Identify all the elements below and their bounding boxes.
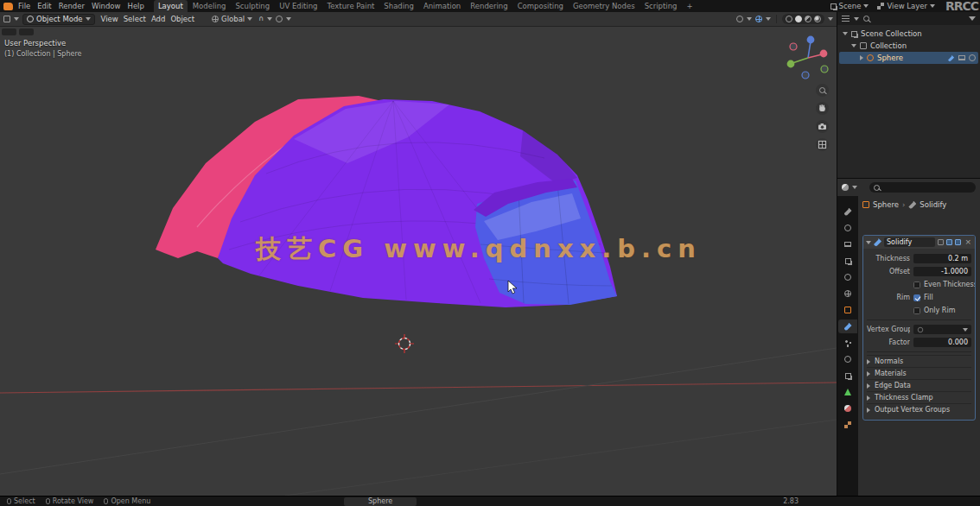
expand-icon[interactable]	[860, 55, 863, 60]
display-viewport-toggle[interactable]	[946, 239, 952, 245]
view-layer-selector[interactable]: View Layer	[877, 2, 935, 10]
display-edit-mode-toggle[interactable]	[938, 239, 944, 245]
menu-file[interactable]: File	[15, 0, 34, 12]
dome-mesh-object[interactable]	[156, 96, 617, 307]
display-render-toggle[interactable]	[955, 239, 961, 245]
expand-icon[interactable]	[851, 44, 856, 47]
remove-modifier-button[interactable]: ×	[964, 238, 972, 246]
properties-editor-icon[interactable]	[842, 184, 849, 191]
outliner-row-collection[interactable]: Collection	[839, 40, 978, 52]
menu-window[interactable]: Window	[88, 0, 124, 12]
shading-wireframe-button[interactable]	[786, 16, 792, 22]
mode-dropdown[interactable]: Object Mode	[22, 14, 95, 25]
workspace-tab-scripting[interactable]: Scripting	[640, 0, 682, 12]
properties-tab-scene[interactable]	[838, 270, 857, 284]
factor-field[interactable]: 0.000	[913, 338, 971, 347]
navigation-gizmo[interactable]	[782, 30, 832, 80]
breadcrumb-modifier[interactable]: Solidify	[920, 200, 946, 209]
properties-tab-data[interactable]	[838, 385, 857, 399]
properties-tab-particles[interactable]	[838, 336, 857, 350]
workspace-tab-shading[interactable]: Shading	[379, 0, 418, 12]
site-watermark: 技艺CG www.qdnxx.b.cn	[256, 232, 702, 267]
gizmos-toggle-icon[interactable]	[736, 16, 743, 22]
offset-field[interactable]: -1.0000	[913, 267, 971, 276]
outliner-row-sphere[interactable]: Sphere	[839, 52, 978, 64]
toggle-ortho-button[interactable]	[816, 138, 829, 151]
properties-tab-object[interactable]	[838, 303, 857, 317]
modifier-section-edge-data[interactable]: Edge Data	[867, 379, 971, 391]
properties-tab-output[interactable]	[838, 237, 857, 251]
workspace-tab-layout[interactable]: Layout	[154, 0, 188, 12]
menu-help[interactable]: Help	[124, 0, 147, 12]
viewport-menu-object[interactable]: Object	[168, 15, 197, 23]
modifier-section-output-vertex-groups[interactable]: Output Vertex Groups	[867, 403, 971, 415]
hide-in-viewport-icon[interactable]	[958, 55, 965, 60]
outliner-row-scene-collection[interactable]: Scene Collection	[839, 28, 978, 40]
only-rim-checkbox[interactable]	[913, 307, 920, 314]
add-workspace-button[interactable]: +	[683, 2, 696, 10]
scene-selector[interactable]: Scene	[830, 2, 869, 10]
workspace-tab-modeling[interactable]: Modeling	[188, 0, 231, 12]
workspace-tab-rendering[interactable]: Rendering	[466, 0, 512, 12]
viewport-header: Object Mode ViewSelectAddObject Global ∩	[0, 12, 837, 27]
properties-tab-tool[interactable]	[838, 205, 857, 218]
modifier-name-field[interactable]: Solidify	[884, 237, 935, 247]
camera-view-button[interactable]	[816, 120, 829, 133]
menu-render[interactable]: Render	[55, 0, 88, 12]
shading-solid-button[interactable]	[795, 16, 802, 22]
snap-magnet-icon[interactable]: ∩	[258, 16, 264, 22]
blender-logo-icon[interactable]	[3, 3, 13, 10]
modifier-header[interactable]: Solidify ×	[863, 236, 975, 249]
solidify-modifier-icon	[874, 238, 881, 246]
zoom-button[interactable]	[816, 84, 829, 97]
even-thickness-checkbox[interactable]	[913, 281, 920, 288]
pan-button[interactable]	[816, 102, 829, 115]
mouse-icon	[7, 498, 11, 504]
rim-fill-checkbox[interactable]	[913, 294, 920, 301]
properties-tab-world[interactable]	[838, 287, 857, 300]
viewport-menu-add[interactable]: Add	[149, 15, 168, 23]
properties-tab-view-layer[interactable]	[838, 254, 857, 268]
properties-tab-modifiers[interactable]	[838, 319, 857, 333]
modifier-section-materials[interactable]: Materials	[867, 367, 971, 379]
shading-material-button[interactable]	[805, 16, 811, 22]
breadcrumb-object[interactable]: Sphere	[873, 200, 899, 209]
properties-search-input[interactable]	[869, 182, 976, 193]
properties-tab-texture[interactable]	[838, 418, 857, 432]
chevron-down-icon	[286, 17, 291, 21]
properties-tab-constraints[interactable]	[838, 369, 857, 383]
expand-icon[interactable]	[843, 32, 848, 35]
workspace-tab-texture-paint[interactable]: Texture Paint	[323, 0, 379, 12]
hide-in-render-icon[interactable]	[969, 54, 976, 61]
proportional-editing-icon[interactable]	[276, 16, 283, 22]
editor-type-icon[interactable]	[3, 16, 10, 22]
vertex-group-field[interactable]	[913, 325, 971, 334]
shading-rendered-button[interactable]	[814, 16, 821, 22]
statusbar-hint: Select	[7, 497, 35, 505]
workspace-tab-uv-editing[interactable]: UV Editing	[275, 0, 321, 12]
modifier-section-normals[interactable]: Normals	[867, 355, 971, 367]
properties-tab-physics[interactable]	[838, 352, 857, 366]
hand-icon	[818, 104, 827, 113]
properties-tab-material[interactable]	[838, 402, 857, 415]
viewport-menus: ViewSelectAddObject	[99, 15, 198, 23]
thickness-field[interactable]: 0.2 m	[913, 254, 971, 263]
modifier-section-thickness-clamp[interactable]: Thickness Clamp	[867, 391, 971, 403]
workspace-tab-sculpting[interactable]: Sculpting	[231, 0, 274, 12]
search-icon[interactable]	[863, 16, 869, 22]
viewport-menu-view[interactable]: View	[99, 15, 121, 23]
properties-tab-render[interactable]	[838, 221, 857, 235]
filter-icon[interactable]	[969, 16, 976, 21]
viewport-canvas[interactable]: User Perspective (1) Collection | Sphere…	[0, 27, 837, 496]
outliner-editor-icon[interactable]	[842, 16, 850, 22]
workspace-tab-compositing[interactable]: Compositing	[513, 0, 568, 12]
menu-edit[interactable]: Edit	[34, 0, 54, 12]
x-axis-handle	[820, 50, 828, 58]
outliner-header	[837, 12, 980, 25]
overlays-toggle-icon[interactable]	[755, 16, 762, 22]
workspace-tab-animation[interactable]: Animation	[419, 0, 465, 12]
workspace-tab-geometry-nodes[interactable]: Geometry Nodes	[569, 0, 640, 12]
transform-orientation-dropdown[interactable]: Global	[209, 15, 255, 23]
collapse-icon[interactable]	[866, 241, 871, 244]
viewport-menu-select[interactable]: Select	[121, 15, 149, 23]
